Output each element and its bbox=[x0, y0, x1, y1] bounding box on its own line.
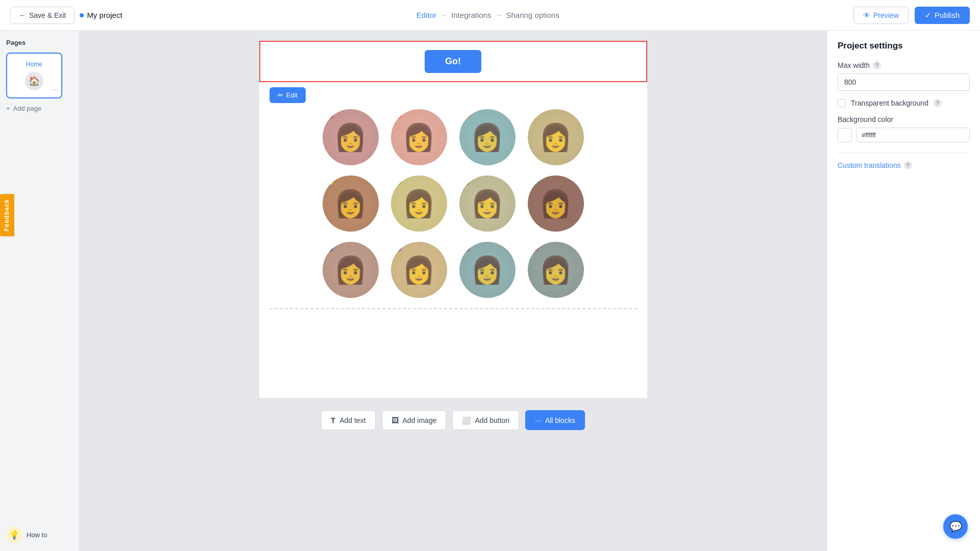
nav-integrations[interactable]: Integrations bbox=[451, 11, 491, 19]
topnav-left: ← Save & Exit My project bbox=[10, 7, 122, 24]
max-width-help-icon[interactable]: ? bbox=[873, 61, 881, 69]
zodiac-item-cancer[interactable]: 👩 ♋ bbox=[528, 109, 584, 165]
bg-color-label: Background color bbox=[838, 115, 970, 123]
all-blocks-button[interactable]: ··· All blocks bbox=[525, 410, 585, 430]
transparent-bg-label: Transparent background bbox=[851, 99, 928, 107]
publish-label: Publish bbox=[935, 11, 960, 19]
gemini-sign: ♊ bbox=[463, 112, 471, 119]
nav-sharing-options[interactable]: Sharing options bbox=[506, 11, 559, 19]
pages-title: Pages bbox=[6, 39, 72, 46]
zodiac-item-virgo[interactable]: 👩 ♍ bbox=[391, 176, 447, 232]
button-icon: ⬜ bbox=[462, 416, 471, 424]
zodiac-item-libra[interactable]: 👩 ♎ bbox=[459, 176, 516, 232]
checkmark-icon: ✓ bbox=[925, 11, 932, 20]
go-button-block[interactable]: Go! bbox=[259, 41, 647, 82]
project-name-text: My project bbox=[87, 11, 122, 19]
topnav-right: 👁 Preview ✓ Publish bbox=[853, 7, 970, 24]
zodiac-item-gemini[interactable]: 👩 ♊ bbox=[459, 109, 516, 165]
capricorn-sign: ♑ bbox=[395, 245, 402, 252]
plus-icon: + bbox=[6, 105, 10, 112]
edit-block-button[interactable]: ✏ Edit bbox=[270, 87, 306, 103]
max-width-input[interactable] bbox=[838, 73, 970, 91]
aquarius-sign: ♒ bbox=[463, 245, 471, 252]
max-width-label: Max width ? bbox=[838, 61, 970, 69]
zodiac-item-pisces[interactable]: 👩 ♓ bbox=[528, 242, 584, 298]
sidebar-bottom: 💡 How to bbox=[6, 527, 47, 543]
howto-icon: 💡 bbox=[6, 527, 22, 543]
zodiac-emoji-libra: 👩 bbox=[471, 188, 504, 219]
bg-color-input[interactable] bbox=[856, 128, 970, 142]
libra-sign: ♎ bbox=[463, 179, 471, 185]
chat-icon: 💬 bbox=[949, 520, 962, 533]
project-name: My project bbox=[80, 11, 122, 19]
add-page-label: Add page bbox=[13, 105, 42, 112]
howto-label[interactable]: How to bbox=[27, 531, 47, 539]
virgo-sign: ♍ bbox=[395, 179, 402, 185]
scorpio-sign: ♏ bbox=[532, 179, 539, 185]
canvas-toolbar: T Add text 🖼 Add image ⬜ Add button ··· … bbox=[321, 404, 585, 436]
zodiac-emoji-gemini: 👩 bbox=[471, 122, 504, 153]
leo-sign: ♌ bbox=[327, 179, 334, 185]
zodiac-emoji-taurus: 👩 bbox=[402, 122, 435, 153]
text-icon: T bbox=[331, 416, 335, 424]
zodiac-item-taurus[interactable]: 👩 ♉ bbox=[391, 109, 447, 165]
sagittarius-sign: ♐ bbox=[327, 245, 334, 252]
blocks-icon: ··· bbox=[535, 416, 541, 424]
custom-translations-help-icon[interactable]: ? bbox=[904, 161, 912, 169]
canvas-area: Go! ✏ Edit 👩 ♈ 👩 ♉ bbox=[79, 31, 827, 551]
publish-button[interactable]: ✓ Publish bbox=[915, 7, 970, 24]
panel-title: Project settings bbox=[838, 41, 970, 51]
feedback-wrapper: Feedback bbox=[0, 194, 14, 236]
add-image-button[interactable]: 🖼 Add image bbox=[382, 410, 447, 430]
panel-divider bbox=[838, 153, 970, 153]
nav-editor[interactable]: Editor bbox=[416, 11, 436, 19]
preview-button[interactable]: 👁 Preview bbox=[853, 7, 909, 24]
home-page-label: Home bbox=[26, 61, 42, 68]
pencil-icon: ✏ bbox=[278, 91, 283, 99]
zodiac-row-1: 👩 ♈ 👩 ♉ 👩 ♊ 👩 ♋ bbox=[270, 109, 637, 165]
bottom-bar bbox=[270, 308, 637, 314]
zodiac-emoji-aries: 👩 bbox=[334, 122, 367, 153]
go-button[interactable]: Go! bbox=[425, 50, 481, 73]
add-page-button[interactable]: + Add page bbox=[6, 105, 72, 112]
add-image-label: Add image bbox=[403, 416, 437, 424]
pisces-sign: ♓ bbox=[532, 245, 539, 252]
more-options-icon[interactable]: ··· bbox=[52, 85, 58, 94]
zodiac-emoji-aquarius: 👩 bbox=[471, 255, 504, 286]
max-width-label-text: Max width bbox=[838, 61, 870, 69]
add-text-button[interactable]: T Add text bbox=[321, 410, 376, 430]
zodiac-item-aquarius[interactable]: 👩 ♒ bbox=[459, 242, 516, 298]
eye-icon: 👁 bbox=[863, 11, 870, 19]
add-button-label: Add button bbox=[475, 416, 509, 424]
save-exit-button[interactable]: ← Save & Exit bbox=[10, 7, 75, 24]
zodiac-item-aries[interactable]: 👩 ♈ bbox=[323, 109, 379, 165]
add-text-label: Add text bbox=[339, 416, 365, 424]
zodiac-item-leo[interactable]: 👩 ♌ bbox=[323, 176, 379, 232]
zodiac-emoji-capricorn: 👩 bbox=[402, 255, 435, 286]
arrow-icon-2: → bbox=[495, 11, 502, 19]
zodiac-row-2: 👩 ♌ 👩 ♍ 👩 ♎ 👩 ♏ bbox=[270, 176, 637, 232]
zodiac-item-sagittarius[interactable]: 👩 ♐ bbox=[323, 242, 379, 298]
image-icon: 🖼 bbox=[391, 416, 399, 424]
sidebar: Feedback Pages Home 🏠 ··· + Add page 💡 H… bbox=[0, 31, 79, 551]
transparent-bg-checkbox[interactable] bbox=[838, 99, 846, 107]
custom-translations-link[interactable]: Custom translations ? bbox=[838, 161, 970, 169]
bg-color-swatch[interactable] bbox=[838, 128, 852, 142]
zodiac-item-scorpio[interactable]: 👩 ♏ bbox=[528, 176, 584, 232]
taurus-sign: ♉ bbox=[395, 112, 402, 119]
chat-button[interactable]: 💬 bbox=[943, 514, 968, 539]
transparent-bg-help-icon[interactable]: ? bbox=[934, 99, 942, 107]
zodiac-item-capricorn[interactable]: 👩 ♑ bbox=[391, 242, 447, 298]
feedback-button[interactable]: Feedback bbox=[0, 194, 14, 236]
zodiac-emoji-leo: 👩 bbox=[334, 188, 367, 219]
page-thumb-home[interactable]: Home 🏠 ··· bbox=[6, 53, 62, 98]
add-button-button[interactable]: ⬜ Add button bbox=[452, 410, 519, 430]
cancer-sign: ♋ bbox=[532, 112, 539, 119]
arrow-left-icon: ← bbox=[19, 11, 26, 19]
edit-label: Edit bbox=[286, 91, 298, 99]
aries-sign: ♈ bbox=[327, 112, 334, 119]
arrow-icon-1: → bbox=[440, 11, 447, 19]
right-panel: Project settings Max width ? Transparent… bbox=[827, 31, 980, 551]
save-exit-label: Save & Exit bbox=[29, 11, 66, 19]
custom-translations-label: Custom translations bbox=[838, 161, 901, 169]
